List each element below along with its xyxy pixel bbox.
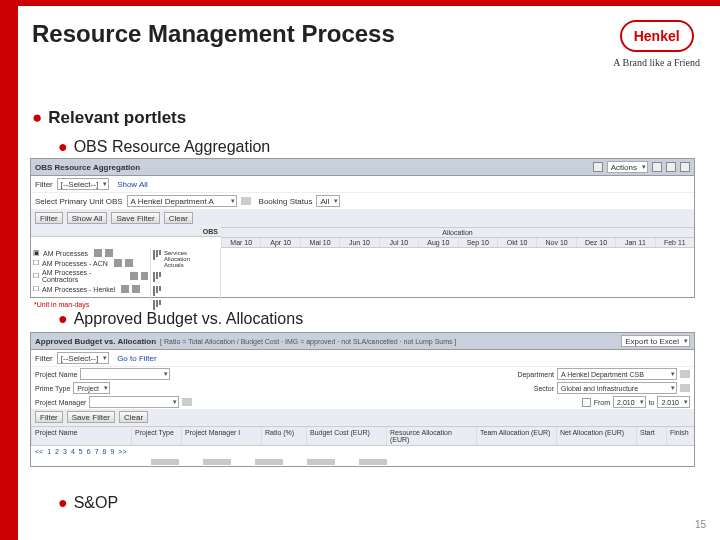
month-header-row: Mar 10Apr 10Mai 10Jun 10Jul 10Aug 10Sep … [221,238,694,248]
from-checkbox[interactable] [582,398,591,407]
pager: << 1 2 3 4 5 6 7 8 9 >> [31,446,694,457]
page-number: 15 [695,519,706,530]
portlet-header: OBS Resource Aggregation Actions [31,159,694,176]
pager-page[interactable]: 5 [79,448,83,455]
table-row[interactable]: ☐AM Processes - Henkel [31,284,150,294]
bullet-obs-resource-aggregation: ●OBS Resource Aggregation [58,138,270,156]
table-row[interactable]: ▣AM Processes [31,248,150,258]
department-select[interactable]: A Henkel Department CSB [557,368,677,380]
pager-page[interactable]: 2 [55,448,59,455]
sector-select[interactable]: Global and Infrastructure [557,382,677,394]
pager-page[interactable]: 3 [63,448,67,455]
slide-title: Resource Management Process [32,20,395,48]
table-header-row: Project Name Project Type Project Manage… [31,426,694,446]
show-all-link[interactable]: Show All [117,180,148,189]
project-name-label: Project Name [35,371,77,378]
booking-label: Booking Status [259,197,313,206]
bullet-approved-budget: ●Approved Budget vs. Allocations [58,310,303,328]
filter-button[interactable]: Filter [35,411,63,423]
portlet-subtitle: [ Ratio = Total Allocation / Budget Cost… [160,338,456,345]
sector-label: Sector [534,385,554,392]
booking-select[interactable]: All [316,195,340,207]
filter-button-row: Filter Save Filter Clear [31,409,694,426]
slide-left-bar [0,0,18,540]
goto-filter-link[interactable]: Go to Filter [117,354,157,363]
brand-tagline: A Brand like a Friend [613,57,700,68]
grid-body: ▣AM Processes ☐AM Processes - ACN ☐AM Pr… [31,248,694,300]
allocation-group-header: Allocation [221,227,694,238]
filter-saved-row: Filter [--Select--] Show All [31,176,694,193]
portlet-header: Approved Budget vs. Allocation [ Ratio =… [31,333,694,350]
placeholder-row [31,457,694,467]
pager-page[interactable]: 6 [87,448,91,455]
from-input[interactable]: 2.010 [613,396,646,408]
clear-button[interactable]: Clear [164,212,193,224]
bullet-dot-icon: ● [58,138,68,155]
export-select[interactable]: Export to Excel [621,335,690,347]
to-input[interactable]: 2.010 [657,396,690,408]
slide-top-line [18,0,720,6]
filter-criteria-row: Select Primary Unit OBS A Henkel Departm… [31,193,694,210]
pager-page[interactable]: 1 [47,448,51,455]
bullet-dot-icon: ● [58,310,68,327]
table-row[interactable]: ☐AM Processes - Contractors [31,268,150,284]
saved-filter-select[interactable]: [--Select--] [57,352,109,364]
henkel-logo: Henkel [620,20,694,52]
show-all-button[interactable]: Show All [67,212,108,224]
bullet-dot-icon: ● [32,108,42,127]
pager-next[interactable]: >> [118,448,126,455]
pager-page[interactable]: 9 [110,448,114,455]
save-filter-button[interactable]: Save Filter [111,212,159,224]
screenshot-obs-resource-aggregation: OBS Resource Aggregation Actions Filter … [30,158,695,298]
brand-area: Henkel A Brand like a Friend [613,20,700,68]
portlet-title: OBS Resource Aggregation [35,163,140,172]
chart-cell [151,284,220,298]
pager-page[interactable]: 4 [71,448,75,455]
table-row[interactable]: ☐AM Processes - ACN [31,258,150,268]
chart-cell: Services Allocation Actuals [151,248,220,270]
picker-icon[interactable] [680,370,690,378]
pager-page[interactable]: 8 [103,448,107,455]
unit-select[interactable]: A Henkel Department A [127,195,237,207]
chart-cell [151,270,220,284]
unit-label: Select Primary Unit OBS [35,197,123,206]
pager-prev[interactable]: << [35,448,43,455]
prime-type-select[interactable]: Project [73,382,110,394]
picker-icon[interactable] [182,398,192,406]
prime-type-label: Prime Type [35,385,70,392]
close-icon[interactable] [680,162,690,172]
bullet-sop: ●S&OP [58,494,118,512]
obs-column-header: OBS [31,227,221,237]
save-filter-button[interactable]: Save Filter [67,411,115,423]
info-icon[interactable] [593,162,603,172]
clear-button[interactable]: Clear [119,411,148,423]
bullet-dot-icon: ● [58,494,68,511]
picker-icon[interactable] [241,197,251,205]
filter-saved-row: Filter [--Select--] Go to Filter [31,350,694,367]
filter-button[interactable]: Filter [35,212,63,224]
portlet-title: Approved Budget vs. Allocation [35,337,156,346]
pager-page[interactable]: 7 [95,448,99,455]
criteria-block: Project Name DepartmentA Henkel Departme… [31,367,694,409]
department-label: Department [517,371,554,378]
minimize-icon[interactable] [652,162,662,172]
screenshot-approved-budget: Approved Budget vs. Allocation [ Ratio =… [30,332,695,467]
picker-icon[interactable] [680,384,690,392]
maximize-icon[interactable] [666,162,676,172]
saved-filter-select[interactable]: [--Select--] [57,178,109,190]
bullet-relevant-portlets: ●Relevant portlets [32,108,186,128]
project-manager-label: Project Manager [35,399,86,406]
unit-footnote: *Unit in man-days [31,300,694,309]
actions-select[interactable]: Actions [607,161,648,173]
project-name-input[interactable] [80,368,170,380]
project-manager-input[interactable] [89,396,179,408]
filter-button-row: Filter Show All Save Filter Clear [31,210,694,227]
